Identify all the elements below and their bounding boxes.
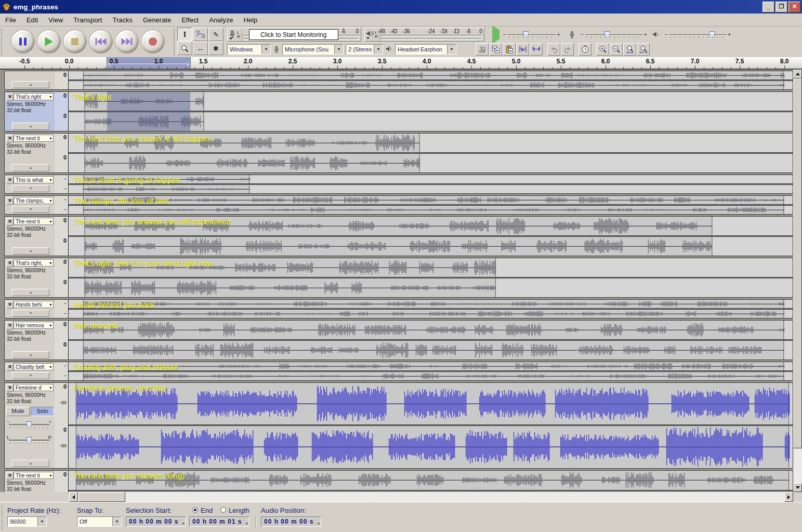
playback-meter[interactable]: LR -48-42-36-24-18-12-60 — [364, 28, 484, 42]
vertical-scroll-thumb[interactable] — [793, 78, 802, 448]
menu-effect[interactable]: Effect — [176, 15, 204, 25]
trim-button[interactable] — [516, 43, 529, 56]
close-track-button[interactable]: ✕ — [6, 218, 14, 225]
menu-transport[interactable]: Transport — [68, 15, 107, 25]
zoom-tool-button[interactable] — [177, 42, 192, 55]
collapse-track-button[interactable]: ▲ — [12, 351, 49, 358]
scroll-left-button[interactable] — [69, 492, 78, 502]
vertical-scale-ruler[interactable]: ‒‒ — [55, 362, 69, 380]
solo-button[interactable]: Solo — [31, 407, 54, 416]
redo-button[interactable] — [561, 43, 574, 56]
waveform-channel-right[interactable] — [69, 237, 793, 256]
vertical-scale-ruler[interactable]: ‒‒ — [55, 175, 69, 193]
horizontal-scrollbar[interactable] — [69, 492, 793, 502]
waveform-area[interactable]: That's right — [69, 92, 793, 131]
end-radio[interactable] — [192, 507, 198, 513]
track-name-menu[interactable]: That's right, — [14, 259, 54, 267]
snap-to-combo[interactable]: Off▼ — [77, 516, 122, 527]
host-combo[interactable]: Windows▼ — [227, 44, 271, 55]
close-track-button[interactable]: ✕ — [6, 364, 14, 371]
scroll-down-button[interactable] — [793, 483, 802, 492]
collapse-track-button[interactable]: ▲ — [12, 123, 49, 130]
output-volume-slider[interactable]: −+ — [663, 30, 733, 40]
length-radio[interactable] — [220, 507, 226, 513]
vertical-scale-ruler[interactable]: ‒‒ — [55, 300, 69, 318]
waveform-area[interactable]: That's right, feel it in your mind right… — [69, 258, 793, 297]
timeline-ruler[interactable]: -0.50.00.51.01.52.02.53.03.54.04.55.05.5… — [0, 57, 802, 70]
play-button[interactable] — [37, 30, 60, 53]
skip-to-end-button[interactable] — [115, 30, 138, 53]
vertical-scale-ruler[interactable]: 0 — [55, 71, 69, 89]
waveform-channel-left[interactable] — [69, 71, 793, 79]
waveform-area[interactable]: The next time you shower, it will happen — [69, 134, 793, 172]
track-name-menu[interactable]: This is what — [14, 176, 54, 183]
undo-button[interactable] — [547, 43, 560, 56]
collapse-track-button[interactable]: ▲ — [12, 247, 49, 255]
menu-tracks[interactable]: Tracks — [107, 15, 138, 25]
close-track-button[interactable]: ✕ — [6, 322, 14, 329]
zoom-out-button[interactable] — [610, 43, 623, 56]
vertical-scale-ruler[interactable]: 00 — [55, 217, 69, 256]
selection-start-field[interactable]: 00 h 00 m 00 s — [126, 516, 186, 527]
waveform-channel-right[interactable] — [69, 426, 793, 468]
selection-tool-button[interactable]: I — [177, 28, 192, 41]
waveform-channel-right[interactable] — [69, 372, 793, 380]
track-name-menu[interactable]: The next ti — [14, 472, 54, 479]
multi-tool-button[interactable]: ✱ — [208, 42, 223, 55]
vertical-scale-ruler[interactable]: 00 — [55, 92, 69, 131]
waveform-area[interactable]: The next time you shower you will experi… — [69, 217, 793, 256]
envelope-tool-button[interactable] — [193, 28, 208, 41]
sync-lock-button[interactable] — [579, 43, 591, 56]
collapse-track-button[interactable]: ▲ — [12, 460, 49, 467]
waveform-area[interactable]: Chastity belt, plug and release — [69, 362, 793, 380]
waveform-area[interactable]: Hands behind you back — [69, 300, 793, 318]
vertical-scale-ruler[interactable]: 0-600-60 — [55, 383, 69, 468]
waveform-area[interactable]: This is what is going to happen — [69, 175, 793, 193]
track-control-panel[interactable]: ✕The next tiStereo, 96000Hz32-bit float▲ — [5, 217, 55, 256]
waveform-channel-left[interactable] — [69, 321, 793, 339]
waveform-channel-right[interactable] — [69, 341, 793, 360]
horizontal-scroll-thumb[interactable] — [78, 492, 125, 502]
track-name-menu[interactable]: The clamps, — [14, 197, 54, 204]
close-button[interactable]: ✕ — [788, 2, 800, 12]
close-track-button[interactable]: ✕ — [6, 177, 14, 184]
menu-edit[interactable]: Edit — [21, 15, 43, 25]
waveform-channel-left[interactable] — [69, 383, 793, 424]
draw-tool-button[interactable]: ✎ — [208, 28, 223, 41]
minimize-button[interactable]: _ — [762, 2, 774, 12]
waveform-channel-right[interactable] — [69, 185, 793, 193]
vertical-scale-ruler[interactable]: 00 — [55, 134, 69, 172]
track-control-panel[interactable]: ✕Feminine dStereo, 96000Hz32-bit floatMu… — [5, 383, 55, 468]
waveform-area[interactable] — [69, 71, 793, 89]
waveform-channel-left[interactable] — [69, 196, 793, 204]
expand-track-button[interactable]: ▼ — [12, 372, 49, 379]
track-name-menu[interactable]: Feminine d — [14, 384, 54, 391]
gain-slider[interactable]: −+ — [7, 419, 51, 431]
input-channels-combo[interactable]: 2 (Stereo▼ — [346, 44, 383, 55]
close-track-button[interactable]: ✕ — [6, 197, 14, 205]
waveform-channel-right[interactable] — [69, 206, 793, 214]
record-button[interactable] — [141, 30, 164, 53]
collapse-track-button[interactable]: ▲ — [12, 164, 49, 171]
close-track-button[interactable]: ✕ — [6, 135, 14, 142]
track-name-menu[interactable]: Chastity belt — [14, 363, 54, 370]
vertical-scale-ruler[interactable]: 00 — [55, 258, 69, 297]
close-track-button[interactable]: ✕ — [6, 384, 14, 392]
track-control-panel[interactable]: ✕That's rightStereo, 96000Hz32-bit float… — [5, 92, 55, 131]
track-control-panel[interactable]: ✕This is what▼ — [5, 175, 55, 193]
vertical-scale-ruler[interactable]: ‒‒ — [55, 196, 69, 214]
track-name-menu[interactable]: Hair remova — [14, 322, 54, 329]
waveform-channel-right[interactable] — [69, 81, 793, 89]
waveform-area[interactable]: Feminine desires, next day — [69, 383, 793, 468]
track-name-menu[interactable]: The next ti — [14, 218, 54, 225]
selection-end-field[interactable]: 00 h 00 m 01 s — [189, 516, 249, 527]
menu-analyze[interactable]: Analyze — [204, 15, 238, 25]
play-at-speed-button[interactable] — [492, 30, 499, 39]
scroll-right-button[interactable] — [784, 492, 793, 502]
input-device-combo[interactable]: Microphone (Sou▼ — [282, 44, 344, 55]
mute-button[interactable]: Mute — [6, 407, 30, 416]
waveform-area[interactable]: The next time you shower (long) — [69, 471, 793, 492]
track-control-panel[interactable]: ✕Chastity belt▼ — [5, 362, 55, 380]
expand-track-button[interactable]: ▼ — [12, 310, 49, 317]
stop-button[interactable] — [63, 30, 86, 53]
